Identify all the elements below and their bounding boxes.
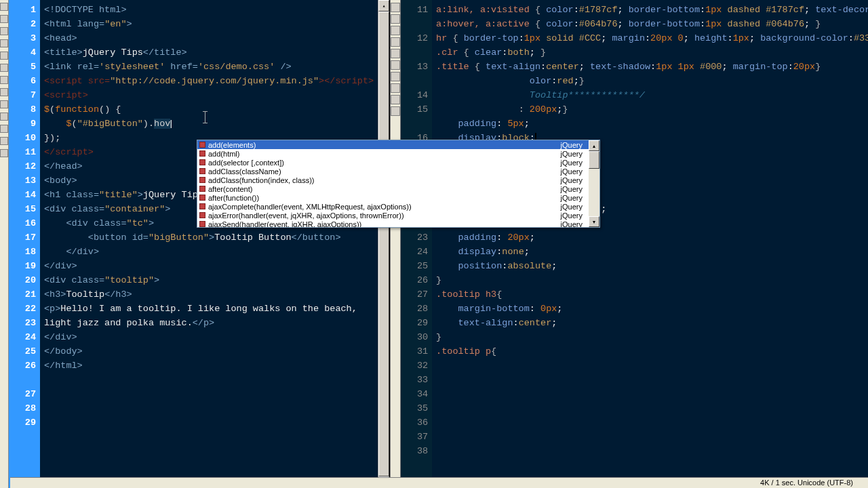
tool-icon[interactable] [391, 49, 400, 58]
tool-icon[interactable] [391, 37, 400, 47]
right-code-area[interactable]: a:link, a:visited { color:#1787cf; borde… [432, 0, 868, 488]
tool-icon[interactable] [0, 100, 8, 108]
code-line[interactable]: <h3>Tooltip</h3> [44, 287, 374, 302]
code-line[interactable]: <head> [44, 31, 374, 45]
code-line[interactable]: padding: 5px; [436, 117, 868, 131]
autocomplete-popup[interactable]: add(elements)jQueryadd(html)jQueryadd(se… [197, 140, 600, 228]
code-line[interactable]: position:absolute; [436, 259, 868, 273]
method-icon [199, 203, 205, 209]
code-line[interactable]: olor:red;} [436, 74, 868, 88]
left-gutter[interactable]: 1234567891011121314151617181920212223242… [9, 0, 40, 488]
tool-icon[interactable] [0, 27, 8, 35]
tool-icon[interactable] [0, 125, 8, 133]
method-icon [199, 150, 205, 157]
autocomplete-item[interactable]: addClass(function(index, class))jQuery [197, 176, 589, 184]
code-line[interactable]: $("#bigButton").hov [44, 117, 374, 131]
code-line[interactable]: </div> [44, 259, 374, 273]
tool-icon[interactable] [391, 95, 400, 104]
tool-icon[interactable] [0, 3, 8, 11]
code-line[interactable]: <link rel='stylesheet' href='css/demo.cs… [44, 60, 374, 74]
code-line[interactable]: $(function() { [44, 102, 374, 117]
autocomplete-item[interactable]: ajaxComplete(handler(event, XMLHttpReque… [197, 202, 589, 211]
mid-toolbar [390, 0, 401, 488]
statusbar: 4K / 1 sec. Unicode (UTF-8) [10, 477, 868, 488]
autocomplete-item[interactable]: addClass(className)jQuery [197, 167, 589, 176]
code-line[interactable]: } [436, 330, 868, 344]
scroll-up-icon[interactable]: ▴ [589, 140, 599, 151]
tool-icon[interactable] [391, 14, 400, 24]
tool-icon[interactable] [0, 15, 8, 23]
autocomplete-item[interactable]: after(content)jQuery [197, 184, 589, 193]
autocomplete-type: jQuery [561, 203, 587, 211]
code-line[interactable]: padding: 20px; [436, 230, 868, 245]
scroll-thumb[interactable] [378, 12, 389, 476]
autocomplete-item[interactable]: add(html)jQuery [197, 149, 589, 158]
tool-icon[interactable] [391, 26, 400, 35]
tool-icon[interactable] [391, 72, 400, 81]
method-icon [199, 221, 205, 227]
left-code-area[interactable]: <!DOCTYPE html><html lang="en"><head><ti… [40, 0, 378, 488]
code-line[interactable]: Tooltip*************/ [436, 88, 868, 102]
code-line[interactable]: </body> [44, 344, 374, 359]
scroll-thumb[interactable] [589, 151, 599, 169]
tool-icon[interactable] [0, 88, 8, 96]
code-line[interactable]: .tooltip p{ [436, 344, 868, 359]
code-line[interactable]: hr { border-top:1px solid #CCC; margin:2… [436, 31, 868, 45]
tool-icon[interactable] [0, 64, 8, 72]
code-line[interactable]: </div> [44, 245, 374, 259]
autocomplete-label: after(content) [208, 185, 561, 193]
code-line[interactable]: <html lang="en"> [44, 17, 374, 31]
tool-icon[interactable] [0, 137, 8, 145]
code-line[interactable]: margin-bottom: 0px; [436, 302, 868, 316]
left-editor-pane: 1234567891011121314151617181920212223242… [9, 0, 390, 488]
code-line[interactable]: : 200px;} [436, 102, 868, 117]
code-line[interactable]: } [436, 273, 868, 287]
right-gutter[interactable]: 1112131415161718192021222324252627282930… [401, 0, 432, 488]
autocomplete-label: after(function()) [208, 194, 561, 202]
code-line[interactable]: <script src="http://code.jquery.com/jque… [44, 74, 374, 88]
method-icon [199, 159, 205, 165]
code-line[interactable]: .tooltip h3{ [436, 287, 868, 302]
code-line[interactable]: a:hover, a:active { color:#064b76; borde… [436, 17, 868, 31]
code-line[interactable]: <p>Hello! I am a tooltip. I like long wa… [44, 302, 374, 330]
code-line[interactable]: a:link, a:visited { color:#1787cf; borde… [436, 3, 868, 17]
autocomplete-scroll[interactable]: ▴ ▾ [589, 140, 599, 227]
tool-icon[interactable] [0, 113, 8, 121]
method-icon [199, 168, 205, 174]
scroll-down-icon[interactable]: ▾ [589, 216, 599, 227]
autocomplete-type: jQuery [561, 220, 587, 228]
code-line[interactable]: </div> [44, 330, 374, 344]
code-line[interactable]: </html> [44, 359, 374, 373]
autocomplete-type: jQuery [561, 185, 587, 193]
tool-icon[interactable] [0, 149, 8, 157]
code-line[interactable]: display:none; [436, 245, 868, 259]
tool-icon[interactable] [391, 60, 400, 70]
tool-icon[interactable] [0, 76, 8, 84]
code-line[interactable]: .title { text-align:center; text-shadow:… [436, 60, 868, 74]
code-line[interactable]: .clr { clear:both; } [436, 45, 868, 60]
tool-icon[interactable] [391, 3, 400, 12]
status-text: 4K / 1 sec. Unicode (UTF-8) [760, 479, 853, 487]
method-icon [199, 177, 205, 183]
autocomplete-label: add(elements) [208, 141, 561, 149]
autocomplete-item[interactable]: ajaxError(handler(event, jqXHR, ajaxOpti… [197, 211, 589, 220]
code-line[interactable]: <script> [44, 88, 374, 102]
autocomplete-item[interactable]: after(function())jQuery [197, 193, 589, 202]
code-line[interactable]: <title>jQuery Tips</title> [44, 45, 374, 60]
autocomplete-type: jQuery [561, 194, 587, 202]
autocomplete-label: add(selector [,context]) [208, 159, 561, 167]
scroll-up-icon[interactable]: ▴ [378, 0, 389, 12]
tool-icon[interactable] [0, 52, 8, 60]
autocomplete-item[interactable]: ajaxSend(handler(event, jqXHR, ajaxOptio… [197, 220, 589, 227]
code-line[interactable]: <button id="bigButton">Tooltip Button</b… [44, 230, 374, 245]
code-line[interactable]: <!DOCTYPE html> [44, 3, 374, 17]
autocomplete-item[interactable]: add(elements)jQuery [197, 140, 589, 149]
tool-icon[interactable] [0, 39, 8, 47]
code-line[interactable]: text-align:center; [436, 316, 868, 330]
method-icon [199, 142, 205, 148]
left-vscroll[interactable]: ▴ ▾ [378, 0, 389, 488]
code-line[interactable]: <div class="tooltip"> [44, 273, 374, 287]
autocomplete-item[interactable]: add(selector [,context])jQuery [197, 158, 589, 167]
tool-icon[interactable] [391, 106, 400, 116]
tool-icon[interactable] [391, 83, 400, 93]
